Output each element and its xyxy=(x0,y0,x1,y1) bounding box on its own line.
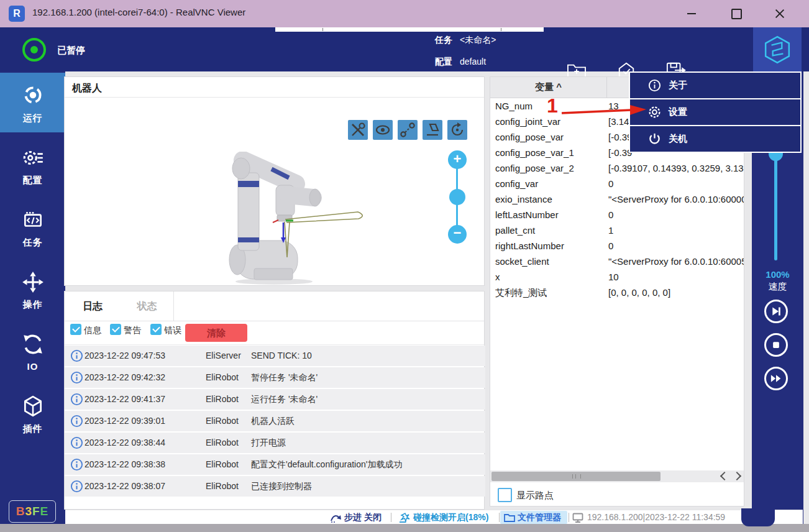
collapse-caret-icon: ^ xyxy=(556,81,562,92)
annotation-number: 1 xyxy=(547,94,558,117)
variable-value: [-0.39107, 0.14393, 0.3259, 3.1325 xyxy=(608,163,744,173)
scrollbar-thumb[interactable] xyxy=(491,472,660,481)
code-window-icon xyxy=(21,208,45,232)
eraser-icon xyxy=(423,120,442,140)
stop-button[interactable] xyxy=(764,333,788,357)
maximize-button[interactable] xyxy=(722,0,751,27)
variable-row: pallet_cnt1 xyxy=(490,223,744,239)
info-icon xyxy=(70,458,83,471)
zoom-in-button[interactable]: + xyxy=(448,150,467,169)
tab-status[interactable]: 状态 xyxy=(121,291,174,321)
filter-error-checkbox[interactable] xyxy=(150,324,162,335)
log-entry: 2023-12-22 09:38:44 EliRobot 打开电源 xyxy=(65,433,485,453)
scroll-right-arrow[interactable] xyxy=(733,472,741,480)
variable-value: [0, 0, 0, 0, 0, 0] xyxy=(608,287,670,298)
view-erase-button[interactable] xyxy=(423,120,442,140)
view-tools-button[interactable] xyxy=(348,120,368,140)
horizontal-scrollbar[interactable] xyxy=(490,470,744,482)
variable-value: 10 xyxy=(608,272,619,282)
log-time: 2023-12-22 09:47:53 xyxy=(85,351,165,360)
log-time: 2023-12-22 09:38:44 xyxy=(85,438,165,447)
speed-percent: 100% xyxy=(752,269,803,280)
divider xyxy=(65,97,484,98)
app-menu-button[interactable] xyxy=(753,27,802,71)
sidebar-item-operate[interactable]: 操作 xyxy=(0,259,65,319)
zoom-slider-knob[interactable] xyxy=(449,189,465,205)
log-message: SEND TICK: 10 xyxy=(251,351,312,360)
top-app-bar: 已暂停 任务 <未命名> 配置 default 新建 打开 xyxy=(0,27,809,71)
sidebar-item-label: 插件 xyxy=(0,423,65,435)
log-panel: 日志 状态 信息 警告 错误 清除 2023-12-22 09:47:53 El… xyxy=(64,291,485,510)
minimize-button[interactable] xyxy=(677,0,706,27)
info-icon xyxy=(70,480,83,493)
variable-name: socket_client xyxy=(495,256,549,267)
log-entry: 2023-12-22 09:42:32 EliRobot 暂停任务 '未命名' xyxy=(65,367,485,388)
variable-value: "<ServerProxy for 6.0.0.10:60005, xyxy=(608,256,744,267)
cube-icon xyxy=(21,395,45,418)
variable-value: 0 xyxy=(608,241,613,251)
view-visibility-button[interactable] xyxy=(373,120,393,140)
variable-name: config_pose_var_2 xyxy=(495,163,574,173)
menu-item-shutdown[interactable]: 关机 xyxy=(630,126,800,152)
log-message: 配置文件'default.configuration'加载成功 xyxy=(251,459,402,470)
elite-robot-logo-icon xyxy=(763,35,792,64)
variable-row: socket_client"<ServerProxy for 6.0.0.10:… xyxy=(490,254,744,270)
show-waypoints-label: 显示路点 xyxy=(516,490,554,502)
power-icon xyxy=(647,132,662,146)
menu-item-about[interactable]: 关于 xyxy=(630,73,800,98)
info-icon xyxy=(70,436,83,449)
fast-forward-button[interactable] xyxy=(764,367,788,390)
log-source: EliRobot xyxy=(206,459,239,469)
task-label: 任务 xyxy=(435,35,452,46)
variables-collapse-toggle[interactable]: 变量 ^ xyxy=(490,81,606,93)
menu-item-settings[interactable]: 设置 xyxy=(630,99,800,125)
collision-detect-status[interactable]: 碰撞检测开启(18%) xyxy=(413,512,488,523)
log-message: 机器人活跃 xyxy=(251,416,295,427)
close-button[interactable] xyxy=(766,0,794,27)
config-value: default xyxy=(460,57,486,66)
sidebar-item-label: IO xyxy=(0,361,65,372)
show-waypoints-checkbox[interactable] xyxy=(498,488,512,502)
vnc-toolbar-strip[interactable] xyxy=(275,27,544,32)
menu-about-label: 关于 xyxy=(669,80,687,91)
variable-row: x10 xyxy=(490,270,744,285)
log-time: 2023-12-22 09:42:32 xyxy=(85,372,165,382)
realvnc-window: R 192.168.1.200 (intel-corei7-64:0) - Re… xyxy=(0,0,809,532)
menu-settings-label: 设置 xyxy=(669,106,687,118)
file-manager-button[interactable]: 文件管理器 xyxy=(500,511,567,524)
sidebar-item-io[interactable]: IO xyxy=(0,321,65,381)
run-icon xyxy=(21,84,45,108)
tab-log[interactable]: 日志 xyxy=(65,291,121,321)
scroll-left-arrow[interactable] xyxy=(720,472,729,480)
speed-slider-track[interactable] xyxy=(774,152,777,260)
view-path-button[interactable] xyxy=(398,120,418,140)
robot-3d-view[interactable] xyxy=(150,152,411,285)
variable-name: rightLastNumber xyxy=(495,241,564,251)
filter-info-checkbox[interactable] xyxy=(70,324,81,335)
logo-letter: F xyxy=(32,505,40,518)
robot-panel-title: 机器人 xyxy=(72,82,102,95)
clear-log-button[interactable]: 清除 xyxy=(185,324,247,342)
window-title: 192.168.1.200 (intel-corei7-64:0) - Real… xyxy=(32,7,245,17)
corner-tab xyxy=(741,508,775,526)
sidebar-item-label: 运行 xyxy=(0,112,65,124)
variable-name: config_var xyxy=(495,178,538,189)
view-rotate-button[interactable] xyxy=(447,120,467,140)
sidebar-item-label: 配置 xyxy=(0,175,65,186)
scrollbar-grip-icon xyxy=(572,474,581,479)
sidebar-item-run[interactable]: 运行 xyxy=(0,73,65,132)
fast-forward-icon xyxy=(768,370,784,387)
maximize-icon xyxy=(731,9,742,19)
separator xyxy=(569,513,569,522)
log-time: 2023-12-22 09:38:07 xyxy=(85,481,165,491)
sidebar-item-task[interactable]: 任务 xyxy=(0,197,65,257)
step-mode-status[interactable]: 步进 关闭 xyxy=(344,512,382,523)
log-source: EliServer xyxy=(206,351,241,360)
realvnc-logo-icon: R xyxy=(9,6,25,22)
filter-warning-checkbox[interactable] xyxy=(110,324,121,335)
status-bar: 步进 关闭 碰撞检测开启(18%) 文件管理器 192.168.1.200|20… xyxy=(65,510,803,524)
sidebar-item-plugin[interactable]: 插件 xyxy=(0,383,65,443)
zoom-out-button[interactable]: − xyxy=(448,225,467,244)
step-play-button[interactable] xyxy=(764,300,788,323)
sidebar-item-config[interactable]: 配置 xyxy=(0,135,65,195)
